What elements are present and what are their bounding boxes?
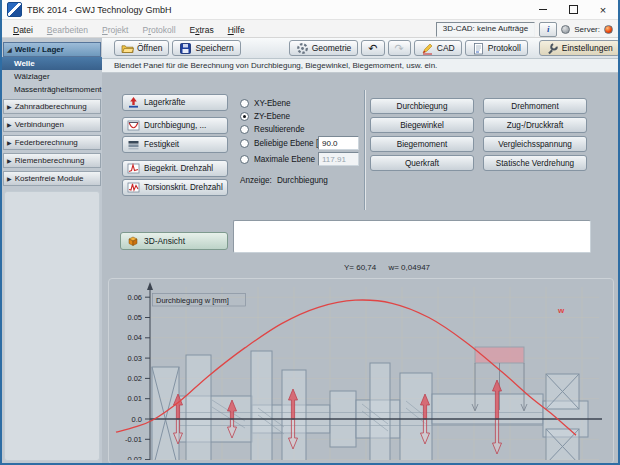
radio-button-icon[interactable] <box>240 99 249 108</box>
settings-icon <box>546 42 559 55</box>
menu-item-extras[interactable]: Extras <box>183 25 221 35</box>
sidebar-item-massenträgheitsmoment[interactable]: Massenträgheitsmoment <box>2 83 102 96</box>
result-button-label: Zug-/Druckkraft <box>507 121 563 130</box>
server-label: Server: <box>574 25 600 34</box>
plane-option-label: Maximale Ebene <box>254 155 315 164</box>
radio-button-icon[interactable] <box>240 155 249 164</box>
cad-button-label: CAD <box>437 43 455 53</box>
cursor-position-value: Y= 60,74 <box>344 263 376 272</box>
triangle-collapsed-icon: ▶ <box>7 122 12 128</box>
protocol-button[interactable]: Protokoll <box>465 40 528 56</box>
undo-button[interactable]: ↶ <box>361 40 384 56</box>
menu-item-protokoll[interactable]: Protokoll <box>135 25 182 35</box>
menu-bar-right: 3D-CAD: keine Aufträge i Server: <box>436 22 613 36</box>
biegemoment-button[interactable]: Biegemoment <box>370 136 474 152</box>
y-tick-label: 0.03 <box>127 354 142 363</box>
festigkeit-button[interactable]: Festigkeit <box>122 136 228 153</box>
lagerkräfte-button[interactable]: Lagerkräfte <box>122 94 228 111</box>
calc-button-label: Lagerkräfte <box>144 98 185 107</box>
sidebar-group-zahnradberechnung[interactable]: ▶Zahnradberechnung <box>3 99 101 114</box>
settings-button-label: Einstellungen <box>562 43 613 53</box>
plane-option-label: Resultierende <box>254 125 305 134</box>
view-3d-label: 3D-Ansicht <box>144 236 185 246</box>
calc-button-label: Festigkeit <box>144 140 179 149</box>
y-tick-label: 0.05 <box>127 313 142 322</box>
sidebar-group-label: Verbindungen <box>15 120 64 129</box>
durchbiegung-button[interactable]: Durchbiegung, ... <box>122 117 228 134</box>
result-button-label: Querkraft <box>405 159 439 168</box>
open-button-label: Öffnen <box>137 43 162 53</box>
bearing-forces-icon <box>127 96 140 109</box>
plane-option-beliebige-ebene[interactable]: Beliebige Ebene [°] <box>240 138 324 149</box>
geometry-button[interactable]: Geometrie <box>289 40 359 56</box>
save-button[interactable]: Speichern <box>172 40 240 56</box>
plane-option-resultierende[interactable]: Resultierende <box>240 124 305 135</box>
cad-button[interactable]: CAD <box>414 40 462 56</box>
result-button-label: Drehmoment <box>511 102 558 111</box>
radio-button-icon[interactable] <box>240 125 249 134</box>
zug-druckkraft-button[interactable]: Zug-/Druckkraft <box>483 117 587 133</box>
radio-button-icon[interactable] <box>240 139 249 148</box>
app-logo-icon <box>7 2 22 17</box>
display-mode-value: Durchbiegung <box>277 176 328 185</box>
sidebar-group-kostenfreie-module[interactable]: ▶Kostenfreie Module <box>3 171 101 186</box>
sidebar-group-riemenberechnung[interactable]: ▶Riemenberechnung <box>3 153 101 168</box>
maximize-icon <box>569 5 578 14</box>
vergleichsspannung-button[interactable]: Vergleichsspannung <box>483 136 587 152</box>
title-bar: TBK 2014 - GWJ Technology GmbH × <box>2 0 618 20</box>
radio-button-icon[interactable] <box>240 112 249 121</box>
plane-option-xy-ebene[interactable]: XY-Ebene <box>240 98 291 109</box>
sidebar-group-label: Kostenfreie Module <box>15 174 84 183</box>
shaft-panel: LagerkräfteDurchbiegung, ...FestigkeitBi… <box>102 73 618 463</box>
menu-bar-items: DateiBearbeitenProjektProtokollExtrasHil… <box>6 19 252 39</box>
sidebar-group-federberechnung[interactable]: ▶Federberechnung <box>3 135 101 150</box>
sidebar-group-label: Federberechnung <box>15 138 78 147</box>
menu-item-hilfe[interactable]: Hilfe <box>221 25 252 35</box>
minimize-icon <box>539 9 547 10</box>
triangle-collapsed-icon: ▶ <box>7 104 12 110</box>
open-button[interactable]: Öffnen <box>114 40 169 56</box>
menu-item-datei[interactable]: Datei <box>6 25 40 35</box>
statische-verdrehung-button[interactable]: Statische Verdrehung <box>483 155 587 171</box>
sidebar-item-wälzlager[interactable]: Wälzlager <box>2 70 102 83</box>
querkraft-button[interactable]: Querkraft <box>370 155 474 171</box>
torsionskrit-drehzahl-button[interactable]: Torsionskrit. Drehzahl <box>122 179 228 196</box>
sidebar-group-verbindungen[interactable]: ▶Verbindungen <box>3 117 101 132</box>
cad-icon <box>421 42 434 55</box>
display-mode-label: Anzeige: <box>240 176 272 185</box>
save-icon <box>179 42 192 55</box>
redo-button[interactable]: ↷ <box>388 40 411 56</box>
view-3d-button[interactable]: 3D-Ansicht <box>120 232 228 250</box>
y-tick-label: 0.01 <box>127 394 142 403</box>
calc-button-label: Biegekrit. Drehzahl <box>144 164 213 173</box>
sidebar-navigation: ◢Welle / LagerWelleWälzlagerMassenträghe… <box>2 38 102 463</box>
plane-option-zy-ebene[interactable]: ZY-Ebene <box>240 111 290 122</box>
sidebar-item-welle[interactable]: Welle <box>2 57 102 70</box>
cad-status-led-icon <box>561 25 570 34</box>
app-window: TBK 2014 - GWJ Technology GmbH × DateiBe… <box>0 0 620 465</box>
sidebar-group-welle-lager[interactable]: ◢Welle / Lager <box>3 42 101 57</box>
cursor-deflection-value: w= 0,04947 <box>388 263 430 272</box>
shaft-drawing <box>152 351 588 460</box>
y-tick-label: -0.01 <box>125 435 142 444</box>
menu-item-projekt[interactable]: Projekt <box>95 25 135 35</box>
triangle-collapsed-icon: ▶ <box>7 176 12 182</box>
beliebige-ebene-input[interactable] <box>318 136 359 150</box>
drehmoment-button[interactable]: Drehmoment <box>483 98 587 114</box>
settings-button[interactable]: Einstellungen <box>539 40 620 56</box>
protocol-icon <box>472 42 485 55</box>
minimize-button[interactable] <box>528 0 558 19</box>
biegekrit-drehzahl-button[interactable]: Biegekrit. Drehzahl <box>122 160 228 177</box>
maximize-button[interactable] <box>558 0 588 19</box>
menu-item-bearbeiten[interactable]: Bearbeiten <box>40 25 95 35</box>
result-button-label: Vergleichsspannung <box>498 140 572 149</box>
result-button-label: Biegewinkel <box>400 121 444 130</box>
main-area: ÖffnenSpeichernGeometrie↶↷CADProtokollEi… <box>102 38 618 463</box>
close-button[interactable]: × <box>588 0 618 19</box>
biegewinkel-button[interactable]: Biegewinkel <box>370 117 474 133</box>
info-button[interactable]: i <box>539 22 557 37</box>
server-status-led-icon <box>604 25 613 34</box>
y-tick-label: -0.02 <box>125 455 142 460</box>
durchbiegung-button[interactable]: Durchbiegung <box>370 98 474 114</box>
plane-option-maximale-ebene[interactable]: Maximale Ebene <box>240 154 315 165</box>
